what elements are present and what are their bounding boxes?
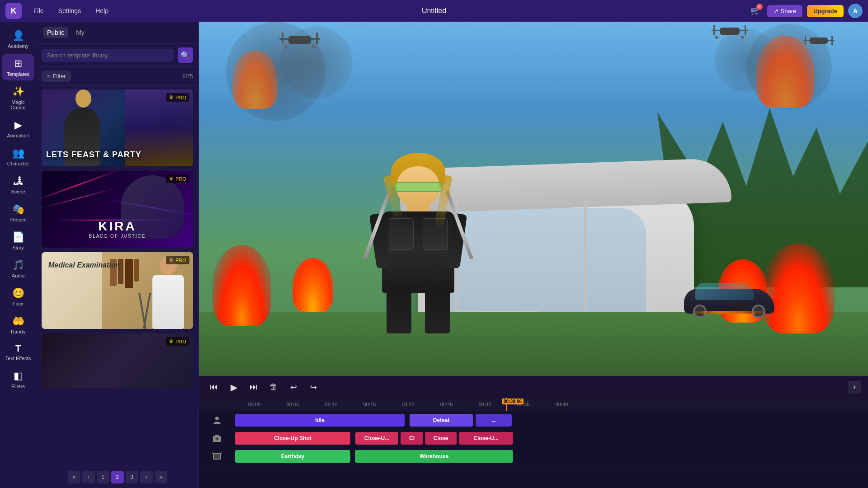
sidebar-icons: 👤 Academy ⊞ Templates ✨ Magic Create ▶ A… xyxy=(0,22,36,488)
tab-public[interactable]: Public xyxy=(43,27,68,38)
search-button[interactable]: 🔍 xyxy=(178,47,193,63)
menu-help[interactable]: Help xyxy=(89,5,115,17)
template-2-subtitle: BLADE OF JUSTICE xyxy=(89,234,146,239)
template-card-4[interactable]: ♛ PRO xyxy=(42,333,193,388)
sidebar-item-scene[interactable]: 🏞 Scene xyxy=(2,172,34,198)
share-button[interactable]: ↗ Share xyxy=(767,5,803,17)
sidebar-label-animation: Animation xyxy=(7,133,29,138)
document-title: Untitled xyxy=(422,7,446,15)
svg-rect-6 xyxy=(214,454,220,459)
clip-closeup-main[interactable]: Close-Up Shot xyxy=(235,432,350,445)
tab-my[interactable]: My xyxy=(72,27,88,38)
clip-defeat[interactable]: Defeat xyxy=(410,414,473,427)
sidebar-item-hands[interactable]: 🤲 Hands xyxy=(2,312,34,338)
pro-badge-3: ♛ PRO xyxy=(166,256,189,264)
sidebar-item-audio[interactable]: 🎵 Audio xyxy=(2,256,34,282)
template-2-title: KIRA xyxy=(89,219,146,234)
menu-right-actions: 🛒 0 ↗ Share Upgrade A xyxy=(748,4,863,18)
time-mark-5: 00:25 xyxy=(427,402,466,407)
track-content-camera[interactable]: Close-Up Shot Close-U... Cl Close Close-… xyxy=(235,429,868,447)
template-1-title: LETS FEAST & PARTY xyxy=(46,150,142,160)
clip-idle[interactable]: Idle xyxy=(235,414,405,427)
sidebar-label-academy: Academy xyxy=(8,43,28,49)
sidebar-item-character[interactable]: 👥 Character xyxy=(2,144,34,170)
cart-badge: 0 xyxy=(756,4,763,10)
svg-rect-4 xyxy=(215,435,219,436)
filter-icon: ≡ xyxy=(47,73,51,80)
sidebar-label-present: Present xyxy=(9,217,27,222)
sidebar-item-story[interactable]: 📄 Story xyxy=(2,228,34,254)
menu-bar: K File Settings Help Untitled 🛒 0 ↗ Shar… xyxy=(0,0,868,22)
time-mark-2: 00:10 xyxy=(312,402,350,407)
page-1-button[interactable]: 1 xyxy=(97,471,109,483)
sidebar-label-story: Story xyxy=(12,245,24,250)
sidebar-label-text-effects: Text Effects xyxy=(5,356,31,361)
template-card-3[interactable]: Medical Examination ♛ PRO xyxy=(42,252,193,329)
upgrade-button[interactable]: Upgrade xyxy=(807,5,844,17)
sidebar-item-templates[interactable]: ⊞ Templates xyxy=(2,54,34,80)
search-bar: 🔍 xyxy=(36,44,198,67)
clip-cl[interactable]: Cl xyxy=(401,432,423,445)
track-content-scene[interactable]: Earthday Warehouse xyxy=(235,447,868,465)
clip-closeup-3[interactable]: Close-U... xyxy=(459,432,513,445)
template-card-2[interactable]: KIRA BLADE OF JUSTICE ♛ PRO xyxy=(42,171,193,248)
page-next-button[interactable]: › xyxy=(140,471,153,483)
sidebar-item-present[interactable]: 🎭 Present xyxy=(2,200,34,226)
search-input[interactable] xyxy=(42,49,174,62)
sidebar-label-magic-create: Magic Create xyxy=(4,99,32,110)
user-avatar[interactable]: A xyxy=(848,4,863,18)
clip-unknown[interactable]: ... xyxy=(476,414,512,427)
sidebar-item-filters[interactable]: ◧ Filters xyxy=(2,366,34,393)
animation-icon: ▶ xyxy=(14,119,22,131)
sidebar-item-face[interactable]: 😊 Face xyxy=(2,284,34,310)
track-row-character: Idle Defeat ... xyxy=(199,411,868,429)
page-3-button[interactable]: 3 xyxy=(126,471,138,483)
menu-file[interactable]: File xyxy=(27,5,50,17)
page-prev-button[interactable]: ‹ xyxy=(82,471,95,483)
skip-forward-button[interactable]: ⏭ xyxy=(246,380,261,395)
panel-header: Public My xyxy=(36,22,198,44)
face-icon: 😊 xyxy=(12,287,24,299)
svg-point-3 xyxy=(216,437,218,440)
story-icon: 📄 xyxy=(12,231,24,243)
sidebar-item-academy[interactable]: 👤 Academy xyxy=(2,26,34,52)
main-content: 👤 Academy ⊞ Templates ✨ Magic Create ▶ A… xyxy=(0,22,868,488)
clip-close[interactable]: Close xyxy=(425,432,457,445)
page-last-button[interactable]: » xyxy=(155,471,167,483)
crown-icon-2: ♛ xyxy=(169,176,174,182)
sidebar-item-magic-create[interactable]: ✨ Magic Create xyxy=(2,82,34,114)
undo-button[interactable]: ↩ xyxy=(286,380,301,395)
delete-button[interactable]: 🗑 xyxy=(266,380,281,395)
skip-back-button[interactable]: ⏮ xyxy=(206,380,222,395)
template-3-title: Medical Examination xyxy=(48,261,120,269)
filter-button[interactable]: ≡ Filter xyxy=(42,70,71,82)
cart-button[interactable]: 🛒 0 xyxy=(748,4,763,18)
time-mark-8: 00:40 xyxy=(542,402,581,407)
sidebar-item-animation[interactable]: ▶ Animation xyxy=(2,116,34,142)
time-mark-3: 00:15 xyxy=(350,402,389,407)
page-first-button[interactable]: « xyxy=(68,471,80,483)
clip-earthday[interactable]: Earthday xyxy=(235,450,350,463)
template-card-1[interactable]: LETS FEAST & PARTY ♛ PRO xyxy=(42,89,193,166)
zoom-in-button[interactable]: + xyxy=(848,381,861,394)
time-cursor-label: 00:30:06 xyxy=(502,399,524,404)
clip-closeup-2[interactable]: Close-U... xyxy=(355,432,398,445)
sidebar-item-text-effects[interactable]: T Text Effects xyxy=(2,340,34,365)
menu-settings[interactable]: Settings xyxy=(52,5,88,17)
page-2-button[interactable]: 2 xyxy=(111,471,124,483)
pro-badge-4: ♛ PRO xyxy=(166,337,189,346)
sidebar-label-character: Character xyxy=(7,161,29,166)
timeline-ruler: 00:00 00:05 00:10 00:15 00:20 00:25 00:3… xyxy=(199,398,868,411)
clip-warehouse[interactable]: Warehouse xyxy=(355,450,513,463)
redo-button[interactable]: ↪ xyxy=(306,380,321,395)
track-content-character[interactable]: Idle Defeat ... xyxy=(235,411,868,429)
time-mark-4: 00:20 xyxy=(389,402,427,407)
main-viewport: ⏮ ▶ ⏭ 🗑 ↩ ↪ + 00:00 00:05 00:10 00:15 00… xyxy=(199,22,868,488)
share-icon: ↗ xyxy=(774,8,778,14)
text-effects-icon: T xyxy=(15,343,21,354)
timeline-controls: ⏮ ▶ ⏭ 🗑 ↩ ↪ + xyxy=(199,376,868,398)
sidebar-label-scene: Scene xyxy=(11,189,25,194)
sidebar-label-face: Face xyxy=(13,301,24,306)
search-icon: 🔍 xyxy=(181,51,190,60)
play-button[interactable]: ▶ xyxy=(226,380,241,395)
